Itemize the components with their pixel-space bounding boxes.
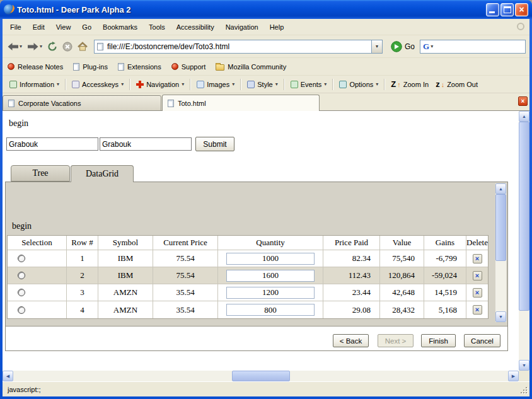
back-dropdown-icon[interactable]: ▾ [20,43,22,49]
table-cell-selection [8,301,67,318]
back-wizard-button[interactable]: < Back [333,334,369,347]
row-4-radio[interactable] [18,306,25,314]
bookmark-plug-ins[interactable]: Plug-ins [73,63,108,71]
scroll-up-button[interactable]: ▲ [495,183,506,194]
bookmark-extensions[interactable]: Extensions [118,63,161,71]
page-horizontal-scrollbar[interactable]: ◀ ▶ [3,371,519,381]
bookmark-support[interactable]: Support [171,63,206,71]
chevron-down-icon: ▾ [376,81,378,87]
table-cell-value: 75,540 [380,250,424,267]
stock-table: Selection Row # Symbol Current Price Qua… [7,235,489,319]
menu-bookmarks[interactable]: Bookmarks [98,21,142,33]
search-engine-dropdown-icon[interactable]: ▾ [431,43,433,49]
table-cell-current-price: 75.54 [153,267,218,284]
zoom-in-arrow-icon: ↑ [397,81,401,88]
name-field-2[interactable] [100,137,192,151]
bookmark-mozilla-community[interactable]: Mozilla Community [216,63,286,71]
scroll-down-button[interactable]: ▼ [519,360,529,371]
browser-window: Toto.html - Deer Park Alpha 2 × File Edi… [0,0,532,399]
row-3-delete-button[interactable]: × [473,288,482,298]
resize-grip[interactable] [519,386,528,395]
tab-corporate-vacations[interactable]: Corporate Vacations [3,95,161,111]
maximize-button[interactable] [500,3,514,16]
url-bar[interactable]: file:///E:/bostoncreme/dev/Toto3.html ▾ [94,40,383,54]
delete-x-icon: × [475,306,479,313]
tab-tree[interactable]: Tree [11,165,70,182]
row-1-radio[interactable] [18,255,25,262]
name-field-1[interactable] [6,137,98,151]
information-icon [9,81,17,88]
row-2-delete-button[interactable]: × [473,271,482,280]
column-header-row: Row # [67,236,98,250]
close-tab-icon: × [521,98,525,105]
delete-x-icon: × [475,255,479,262]
scroll-left-button[interactable]: ◀ [3,371,13,381]
table-cell-symbol: AMZN [98,284,153,301]
row-3-quantity-input[interactable] [226,287,315,299]
row-1-delete-button[interactable]: × [473,254,482,263]
close-tab-button[interactable]: × [518,96,528,106]
dev-item-label: Accesskeys [82,81,119,88]
url-dropdown-button[interactable]: ▾ [371,40,382,53]
forward-button[interactable]: ▾ [25,38,44,55]
bookmark-release-notes[interactable]: Release Notes [8,63,63,71]
dev-images-menu[interactable]: Images▾ [194,79,238,90]
go-button[interactable]: Go [387,41,419,52]
scroll-right-button[interactable]: ▶ [508,371,519,381]
row-1-quantity-input[interactable] [226,253,315,265]
bookmarks-toolbar: Release Notes Plug-ins Extensions Suppor… [3,58,529,76]
menu-accessibility[interactable]: Accessibility [171,21,219,33]
forward-dropdown-icon[interactable]: ▾ [40,43,42,49]
menu-go[interactable]: Go [77,21,96,33]
home-button[interactable] [76,38,90,55]
row-4-delete-button[interactable]: × [473,305,482,315]
begin-text: begin [9,119,28,129]
submit-button[interactable]: Submit [195,137,234,151]
grid-vertical-scrollbar[interactable]: ▲ ▼ [495,183,506,322]
page-vertical-scrollbar[interactable]: ▲ ▼ [519,111,529,371]
dev-events-menu[interactable]: Events▾ [287,79,330,90]
scrollbar-thumb[interactable] [232,371,290,381]
minimize-button[interactable] [486,3,499,16]
reload-button[interactable] [45,38,59,55]
back-button[interactable]: ▾ [5,38,24,55]
scroll-up-button[interactable]: ▲ [519,111,529,122]
table-cell-row-num: 2 [67,267,98,284]
developer-toolbar: Information▾ Accesskeys▾ Navigation▾ Ima… [3,76,529,93]
dev-options-menu[interactable]: Options▾ [336,79,381,90]
table-cell-quantity [218,301,323,318]
dev-style-menu[interactable]: Style▾ [244,79,280,90]
toolbar-separator [129,79,130,90]
dev-accesskeys-menu[interactable]: Accesskeys▾ [69,79,127,90]
row-2-radio[interactable] [18,272,25,279]
menu-navigation[interactable]: Navigation [221,21,263,33]
search-input[interactable]: G ▾ [420,40,526,54]
tab-label: Corporate Vacations [18,100,81,107]
cancel-button[interactable]: Cancel [464,334,500,347]
column-header-quantity: Quantity [218,236,323,250]
scrollbar-thumb[interactable] [495,194,506,261]
menu-edit[interactable]: Edit [28,21,50,33]
navigation-cross-icon [136,81,144,88]
scrollbar-thumb[interactable] [519,122,529,311]
row-4-quantity-input[interactable] [226,304,315,316]
menu-help[interactable]: Help [265,21,289,33]
dev-information-menu[interactable]: Information▾ [6,79,62,90]
stop-button[interactable] [61,38,74,55]
dev-navigation-menu[interactable]: Navigation▾ [133,79,187,90]
title-bar[interactable]: Toto.html - Deer Park Alpha 2 × [0,0,532,19]
finish-button[interactable]: Finish [421,334,456,347]
datagrid-scroll-area: begin Selection Row # Symbol Current Pri… [6,182,507,327]
menu-view[interactable]: View [51,21,76,33]
tab-toto-html[interactable]: Toto.html [162,95,320,111]
menu-tools[interactable]: Tools [144,21,170,33]
zoom-out-button[interactable]: z↓Zoom Out [432,78,481,91]
row-2-quantity-input[interactable] [226,270,315,282]
scroll-down-button[interactable]: ▼ [495,311,506,322]
close-button[interactable]: × [515,3,528,16]
tab-datagrid[interactable]: DataGrid [71,165,134,182]
row-3-radio[interactable] [18,289,25,296]
zoom-in-button[interactable]: Z↑Zoom In [388,78,432,91]
menu-file[interactable]: File [5,21,26,33]
chevron-down-icon: ▾ [376,43,378,49]
